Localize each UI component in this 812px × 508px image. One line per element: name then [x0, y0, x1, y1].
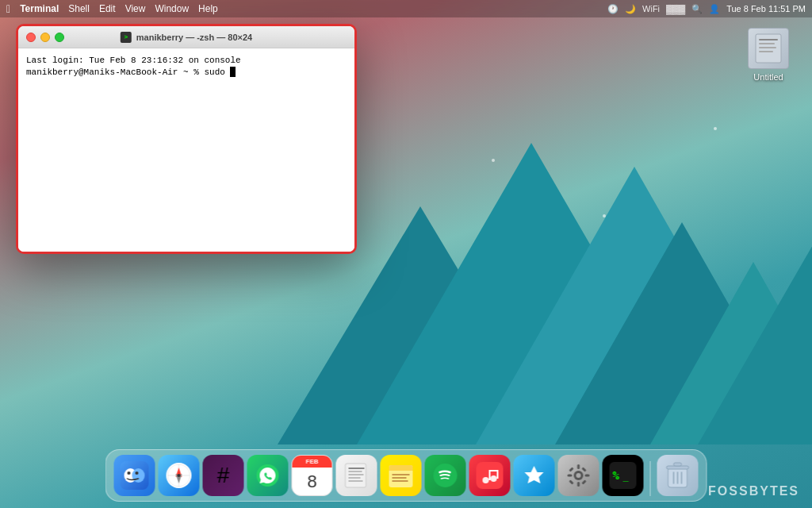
desktop-icon-image — [748, 28, 789, 69]
svg-rect-44 — [581, 479, 586, 484]
menubar-help[interactable]: Help — [198, 3, 218, 14]
svg-rect-36 — [489, 470, 499, 471]
dock-item-textedit[interactable] — [336, 455, 377, 496]
terminal-title-text: manikberry — -zsh — 80×24 — [136, 33, 252, 42]
menubar:  Terminal Shell Edit View Window Help 🕐… — [0, 0, 812, 17]
time-machine-icon: 🕐 — [607, 4, 619, 14]
svg-point-32 — [483, 477, 489, 483]
dock-item-safari[interactable] — [159, 455, 200, 496]
svg-point-8 — [128, 471, 131, 475]
svg-point-16 — [178, 474, 181, 477]
user-icon[interactable]: 👤 — [709, 4, 720, 14]
menubar-edit[interactable]: Edit — [99, 3, 116, 14]
dock: # FEB 8 — [105, 449, 707, 502]
svg-rect-42 — [585, 475, 590, 477]
dock-item-calendar[interactable]: FEB 8 — [292, 455, 333, 496]
terminal-titlebar: manikberry — -zsh — 80×24 — [18, 26, 354, 48]
svg-rect-18 — [346, 464, 366, 487]
svg-text:%: % — [613, 469, 620, 482]
menubar-window[interactable]: Window — [155, 3, 189, 14]
svg-text:_: _ — [623, 471, 630, 482]
desktop:  Terminal Shell Edit View Window Help 🕐… — [0, 0, 812, 508]
calendar-month: FEB — [306, 458, 319, 465]
svg-rect-2 — [759, 43, 775, 44]
maximize-button[interactable] — [55, 33, 64, 42]
terminal-window[interactable]: manikberry — -zsh — 80×24 Last login: Tu… — [16, 24, 357, 254]
apple-menu[interactable]:  — [6, 2, 10, 15]
dock-item-terminal[interactable]: % _ — [603, 455, 644, 496]
dock-item-finder[interactable] — [114, 455, 155, 496]
dock-item-trash[interactable] — [657, 455, 699, 496]
sparkle-dot — [603, 214, 606, 217]
svg-rect-52 — [674, 463, 682, 466]
terminal-cursor — [230, 67, 236, 77]
calendar-day: 8 — [307, 471, 316, 492]
menubar-shell[interactable]: Shell — [68, 3, 90, 14]
svg-rect-1 — [759, 39, 778, 40]
svg-rect-51 — [667, 466, 689, 469]
svg-rect-40 — [577, 482, 580, 487]
desktop-icon-untitled[interactable]: Untitled — [741, 28, 796, 82]
night-shift-icon: 🌙 — [625, 4, 636, 14]
svg-rect-45 — [581, 467, 586, 471]
terminal-title: manikberry — -zsh — 80×24 — [121, 32, 252, 43]
dock-item-preferences[interactable] — [558, 455, 599, 496]
dock-item-whatsapp[interactable] — [247, 455, 289, 496]
terminal-line-1: Last login: Tue Feb 8 23:16:32 on consol… — [26, 55, 347, 67]
svg-point-7 — [132, 468, 145, 483]
svg-rect-43 — [569, 467, 573, 471]
terminal-icon — [121, 32, 132, 43]
svg-rect-46 — [569, 479, 573, 484]
close-button[interactable] — [26, 33, 36, 42]
search-icon[interactable]: 🔍 — [691, 4, 703, 14]
menubar-right: 🕐 🌙 WiFi ▓▓▓ 🔍 👤 Tue 8 Feb 11:51 PM — [607, 4, 806, 14]
desktop-icon-label: Untitled — [753, 72, 783, 82]
minimize-button[interactable] — [40, 33, 50, 42]
terminal-line2-text: manikberry@Maniks-MacBook-Air ~ % sudo — [26, 67, 230, 77]
svg-rect-41 — [568, 475, 573, 477]
wifi-icon[interactable]: WiFi — [642, 4, 660, 13]
battery-icon: ▓▓▓ — [666, 4, 685, 13]
menubar-view[interactable]: View — [125, 3, 146, 14]
sparkle-dot — [714, 127, 717, 130]
dock-divider — [650, 461, 651, 496]
svg-point-33 — [491, 475, 497, 482]
slack-icon: # — [217, 463, 230, 488]
svg-rect-3 — [759, 47, 776, 48]
dock-item-music[interactable] — [469, 455, 511, 496]
svg-point-9 — [136, 471, 139, 475]
dock-item-appstore[interactable] — [514, 455, 555, 496]
traffic-lights — [26, 33, 64, 42]
menubar-clock: Tue 8 Feb 11:51 PM — [726, 4, 806, 13]
svg-rect-26 — [389, 469, 413, 471]
terminal-body[interactable]: Last login: Tue Feb 8 23:16:32 on consol… — [18, 48, 354, 252]
menubar-app-name[interactable]: Terminal — [20, 3, 59, 14]
terminal-line-2: manikberry@Maniks-MacBook-Air ~ % sudo — [26, 67, 347, 79]
svg-point-38 — [576, 473, 581, 478]
dock-item-spotify[interactable] — [425, 455, 466, 496]
svg-rect-4 — [759, 51, 773, 52]
svg-rect-39 — [577, 464, 580, 469]
dock-item-notes[interactable] — [381, 455, 422, 496]
terminal-line1-text: Last login: Tue Feb 8 23:16:32 on consol… — [26, 56, 241, 65]
fossbytes-watermark: FOSSBYTES — [708, 484, 799, 498]
sparkle-dot — [492, 159, 495, 162]
menubar-left:  Terminal Shell Edit View Window Help — [6, 2, 218, 15]
dock-item-slack[interactable]: # — [203, 455, 244, 496]
